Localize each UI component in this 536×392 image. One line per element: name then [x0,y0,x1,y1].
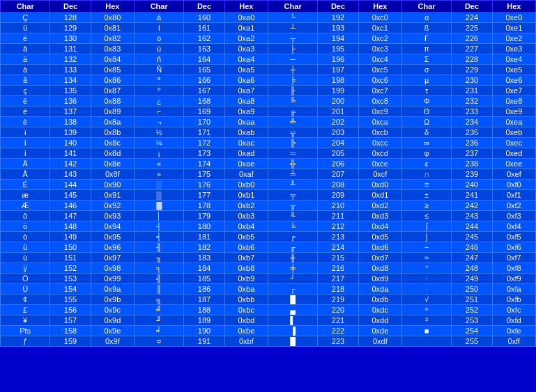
table-cell: 0xb1 [224,190,268,201]
table-cell: ö [1,221,50,232]
table-cell: 208 [318,180,358,190]
table-cell: ╥ [268,201,317,211]
table-cell: 140 [50,138,91,148]
table-cell: ¿ [134,96,183,107]
table-cell: 170 [184,117,224,127]
table-cell: ½ [134,127,183,138]
table-cell: 0x91 [91,190,134,201]
table-cell: 0xb9 [224,274,268,284]
table-cell: ù [1,253,50,263]
table-cell: 0xc3 [358,44,401,54]
column-header: Hex [358,1,401,13]
table-cell: 150 [50,242,91,253]
table-cell: 158 [50,326,91,336]
table-cell: 0xf0 [492,180,535,190]
table-cell: 0x9f [91,336,134,347]
table-cell: 176 [184,180,224,190]
table-row: û1500x96╢1820xb6╓2140xd6÷2460xf6 [1,242,536,253]
table-cell: 148 [50,221,91,232]
table-cell: 0xb5 [224,232,268,242]
table-cell: 0xe6 [492,75,535,86]
table-cell: î [1,138,50,148]
table-cell: 178 [184,201,224,211]
table-cell: ╟ [268,86,317,96]
table-cell: 161 [184,23,224,33]
table-cell: 136 [50,96,91,107]
table-cell: 128 [50,13,91,23]
table-cell: 0x96 [91,242,134,253]
table-row: ê1360x88¿1680xa8╚2000xc8Φ2320xe8 [1,96,536,107]
table-cell: ╠ [268,138,317,148]
table-cell: 226 [452,33,492,44]
column-header: Hex [91,1,134,13]
table-cell: 179 [184,211,224,221]
table-cell: ░ [134,180,183,190]
table-cell: 228 [452,54,492,65]
table-cell: 135 [50,86,91,96]
table-cell: ─ [268,54,317,65]
table-cell: 186 [184,284,224,295]
table-cell: 152 [50,263,91,274]
table-cell: 0xed [492,148,535,159]
table-cell: 138 [50,117,91,127]
table-cell: ╣ [134,274,183,284]
table-cell: ▌ [268,315,317,326]
table-cell: è [1,117,50,127]
table-cell: ⁿ [401,305,451,315]
table-cell: α [401,13,451,23]
table-cell: 0xd0 [358,180,401,190]
table-cell: 0xae [224,159,268,169]
table-cell: 254 [452,326,492,336]
table-cell: 0x8c [91,138,134,148]
table-cell: û [1,242,50,253]
table-cell: 0x8d [91,148,134,159]
table-cell: 0xcb [358,127,401,138]
table-cell: 131 [50,44,91,54]
table-cell: 185 [184,274,224,284]
table-cell: 0x88 [91,96,134,107]
table-cell: 241 [452,190,492,201]
table-cell: º [134,86,183,96]
table-cell: ª [134,75,183,86]
table-cell: 0xa2 [224,33,268,44]
table-cell: 188 [184,305,224,315]
table-cell: 0xef [492,169,535,180]
table-cell: 0xfc [492,305,535,315]
table-cell: 0xf3 [492,211,535,221]
table-cell: 0xd9 [358,274,401,284]
table-cell: 182 [184,242,224,253]
table-cell: 0xe9 [492,107,535,117]
table-cell: ≈ [401,253,451,263]
table-row: ì1410x8d¡1730xad═2050xcdφ2370xed [1,148,536,159]
table-cell: 0xd4 [358,221,401,232]
table-cell: ╢ [134,242,183,253]
table-cell: ç [1,86,50,96]
table-cell: 0xf8 [492,263,535,274]
table-cell: 234 [452,117,492,127]
table-cell: 0xee [492,159,535,169]
table-cell: ▓ [134,201,183,211]
table-cell: 0xc6 [358,75,401,86]
table-cell: 227 [452,44,492,54]
table-cell: 0x8e [91,159,134,169]
table-cell: ° [401,263,451,274]
table-cell: í [134,23,183,33]
table-cell: 0xea [492,117,535,127]
table-cell: 242 [452,201,492,211]
table-cell: 216 [318,263,358,274]
table-cell: 153 [50,274,91,284]
table-cell: 225 [452,23,492,33]
table-cell: 0xa6 [224,75,268,86]
table-cell: 243 [452,211,492,221]
table-cell: 172 [184,138,224,148]
table-row: å1340x86ª1660xa6╞1980xc6µ2300xe6 [1,75,536,86]
table-cell: ╙ [268,211,317,221]
table-cell: ó [134,33,183,44]
table-cell: 214 [318,242,358,253]
table-cell: 0xc9 [358,107,401,117]
table-cell: ò [1,232,50,242]
table-cell: 0x83 [91,44,134,54]
table-row: ÿ1520x98╕1840xb8╪2160xd8°2480xf8 [1,263,536,274]
table-row: ¥1570x9d╜1890xbd▌2210xdd²2530xfd [1,315,536,326]
table-cell: 231 [452,86,492,96]
